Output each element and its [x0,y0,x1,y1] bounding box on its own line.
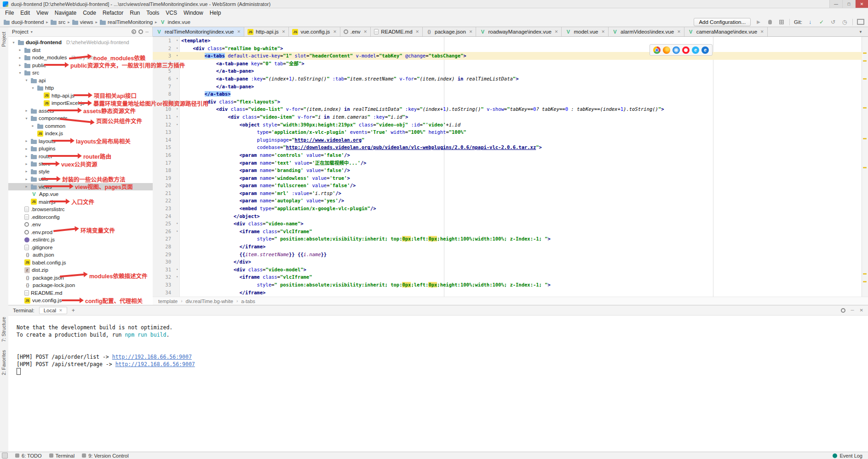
tab-list-dropdown-icon[interactable]: ▼ [853,27,868,36]
tab-readme-md[interactable]: README.md✕ [371,27,423,36]
status-item-event-log[interactable]: Event Log [833,453,862,459]
tab-close-icon[interactable]: ✕ [416,29,420,34]
fold-marker-icon[interactable]: ▾ [173,273,181,281]
tree-expanded-arrow-icon[interactable]: ▾ [24,116,29,120]
menu-navigate[interactable]: Navigate [52,9,80,17]
tree-collapsed-arrow-icon[interactable]: ▸ [17,63,23,67]
tree-collapsed-arrow-icon[interactable]: ▸ [24,154,29,158]
tab-close-icon[interactable]: ✕ [469,29,473,34]
tree-collapsed-arrow-icon[interactable]: ▸ [24,109,29,113]
tree-item-style[interactable]: ▸style [8,168,153,176]
breadcrumb-item-realtimemonitoring[interactable]: realTimeMonitoring [100,19,153,25]
coverage-button-icon[interactable] [778,18,785,26]
breadcrumb-item-index-vue[interactable]: Vindex.vue [160,19,190,25]
fold-marker-icon[interactable]: ▾ [173,266,181,274]
tool-window-button-structure[interactable]: 7: Structure [1,317,6,342]
menu-tools[interactable]: Tools [143,9,162,17]
minimize-panel-icon[interactable]: ─ [851,308,854,313]
tree-item-plugins[interactable]: ▸plugins [8,145,153,153]
tree-item-main-js[interactable]: JSmain.js [8,198,153,206]
tree-item-index-js[interactable]: JSindex.js [8,130,153,138]
tree-item-auth-json[interactable]: {}auth.json [8,251,153,259]
warning-stripe-mark[interactable] [863,52,867,54]
tool-window-button-project[interactable]: Project [1,32,6,47]
tree-item-router[interactable]: ▸router [8,153,153,161]
tool-window-switcher-icon[interactable] [2,453,8,459]
tool-window-button-favorites[interactable]: 2: Favorites [1,350,6,375]
tree-item-node-modules[interactable]: ▸node_moduleslibrary root [8,54,153,62]
close-icon[interactable]: ✕ [59,308,63,313]
tree-item-http[interactable]: ▾http [8,84,153,92]
tab-model-vue[interactable]: Vmodel.vue✕ [562,27,609,36]
tree-expanded-arrow-icon[interactable]: ▾ [17,71,23,75]
menu-run[interactable]: Run [126,9,143,17]
tree-expanded-arrow-icon[interactable]: ▾ [11,40,16,45]
tree-item-browserslistrc[interactable]: .browserslistrc [8,206,153,213]
chevron-down-icon[interactable]: ▾ [31,30,33,34]
warning-stripe-mark[interactable] [863,60,867,62]
git-revert-icon[interactable]: ↺ [829,18,837,26]
tree-item-env[interactable]: .env [8,221,153,229]
tree-item-package-lock-json[interactable]: {}package-lock.json [8,281,153,289]
tree-item-common[interactable]: ▸common [8,122,153,130]
warning-stripe-mark[interactable] [863,273,867,275]
tree-collapsed-arrow-icon[interactable]: ▸ [30,124,35,128]
tab-close-icon[interactable]: ✕ [364,29,368,34]
add-configuration-button[interactable]: Add Configuration... [694,18,751,26]
tab-close-icon[interactable]: ✕ [601,29,605,34]
tree-item-vue-config-js[interactable]: JSvue.config.js [8,297,153,304]
tree-item-http-api-js[interactable]: JShttp-api.js [8,92,153,100]
menu-edit[interactable]: Edit [17,9,33,17]
warning-stripe-mark[interactable] [863,78,867,80]
tree-collapsed-arrow-icon[interactable]: ▸ [24,169,29,173]
status-item-6-todo[interactable]: 6: TODO [15,453,42,459]
warning-stripe-mark[interactable] [863,107,867,109]
menu-view[interactable]: View [33,9,52,17]
warning-stripe-mark[interactable] [863,281,867,282]
fold-marker-icon[interactable]: ▾ [173,228,181,235]
tree-item-src[interactable]: ▾src [8,69,153,77]
error-stripe[interactable] [862,37,868,297]
menu-code[interactable]: Code [80,9,99,17]
tree-item-package-json[interactable]: {}package.json [8,274,153,282]
fold-marker-icon[interactable]: ▾ [173,220,181,228]
fold-marker-icon[interactable]: ▾ [173,98,181,106]
tree-item-public[interactable]: ▸public [8,62,153,69]
tree-item-babel-config-js[interactable]: JSbabel.config.js [8,259,153,267]
menu-file[interactable]: File [2,9,17,17]
tab-close-icon[interactable]: ✕ [677,29,681,34]
tree-item-dist[interactable]: ▸dist [8,46,153,54]
breadcrumb-item-duoji-frontend[interactable]: duoji-frontend [4,19,44,25]
tree-expanded-arrow-icon[interactable]: ▾ [30,86,35,90]
run-button-icon[interactable]: ▶ [755,18,762,26]
git-commit-icon[interactable]: ✓ [818,18,825,26]
menu-vcs[interactable]: VCS [162,9,180,17]
tree-item-dist-zip[interactable]: Zdist.zip [8,266,153,274]
terminal-tab-local[interactable]: Local ✕ [39,307,67,314]
git-history-icon[interactable]: ◷ [841,18,848,26]
git-update-icon[interactable]: ↓ [806,18,814,26]
warning-stripe-mark[interactable] [863,167,867,168]
ie-browser-icon[interactable]: e [692,46,699,54]
tree-item-readme-md[interactable]: README.md [8,289,153,297]
tab-package-json[interactable]: {}package.json✕ [423,27,476,36]
tree-item-eslintrc-js[interactable]: .eslintrc.js [8,236,153,244]
terminal-settings-gear-icon[interactable] [841,308,845,313]
tab-alarmvideos-index-vue[interactable]: ValarmVideos\index.vue✕ [609,27,684,36]
tab-cameramanage-index-vue[interactable]: VcameraManage\index.vue✕ [684,27,768,36]
editor-breadcrumb-div-realtime-bg-white[interactable]: div.realTime.bg-white [186,298,233,304]
terminal-output[interactable]: Note that the development build is not o… [8,316,868,375]
tree-item-utils[interactable]: ▸utils [8,175,153,183]
tree-item-app-vue[interactable]: VApp.vue [8,190,153,198]
breadcrumb-item-views[interactable]: views [72,19,93,25]
tab-roadwaymanage-index-vue[interactable]: VroadwayManage\index.vue✕ [476,27,562,36]
tab-close-icon[interactable]: ✕ [760,29,764,34]
close-panel-icon[interactable]: ✕ [860,308,863,313]
breadcrumb-item-src[interactable]: src [51,19,65,25]
fold-marker-icon[interactable]: ▾ [173,45,181,52]
debug-button-icon[interactable] [766,18,774,26]
tree-item-api[interactable]: ▾api [8,77,153,85]
menu-help[interactable]: Help [207,9,224,17]
tree-item-layouts[interactable]: ▸layouts [8,138,153,145]
tab-env[interactable]: .env✕ [340,27,371,36]
